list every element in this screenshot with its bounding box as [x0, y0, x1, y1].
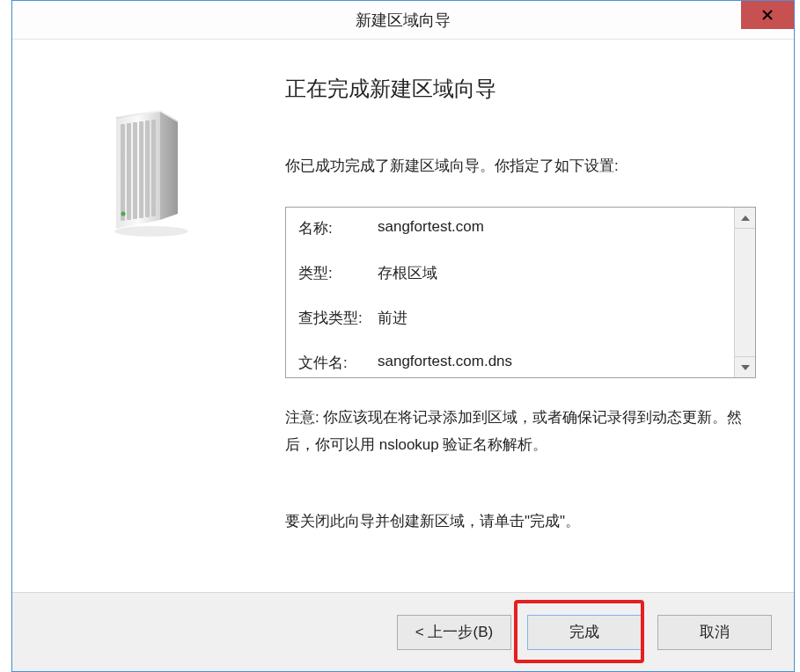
dialog-content: 正在完成新建区域向导 你已成功完成了新建区域向导。你指定了如下设置: 名称: s… — [12, 40, 794, 592]
svg-point-13 — [121, 212, 126, 216]
text-area: 正在完成新建区域向导 你已成功完成了新建区域向导。你指定了如下设置: 名称: s… — [285, 75, 759, 531]
svg-marker-16 — [741, 365, 750, 370]
server-icon — [92, 101, 197, 242]
scroll-up-icon[interactable] — [735, 208, 755, 229]
svg-point-14 — [114, 226, 188, 237]
svg-rect-9 — [133, 122, 137, 219]
setting-row-type: 类型: 存根区域 — [298, 263, 743, 283]
setting-label-file: 文件名: — [298, 353, 378, 373]
setting-value-type: 存根区域 — [378, 263, 437, 283]
close-instruction: 要关闭此向导并创建新区域，请单击"完成"。 — [285, 511, 759, 531]
setting-row-lookup: 查找类型: 前进 — [298, 308, 743, 328]
wizard-heading: 正在完成新建区域向导 — [285, 75, 759, 103]
setting-label-lookup: 查找类型: — [298, 308, 378, 328]
svg-rect-8 — [127, 123, 131, 220]
setting-row-file: 文件名: sangfortest.com.dns — [298, 353, 743, 373]
close-button[interactable] — [741, 1, 794, 29]
finish-button[interactable]: 完成 — [527, 615, 642, 650]
svg-rect-7 — [121, 124, 125, 221]
wizard-note: 注意: 你应该现在将记录添加到区域，或者确保记录得到动态更新。然后，你可以用 n… — [285, 405, 756, 458]
setting-row-name: 名称: sangfortest.com — [298, 218, 743, 238]
setting-value-file: sangfortest.com.dns — [378, 353, 512, 373]
setting-label-type: 类型: — [298, 263, 378, 283]
svg-rect-11 — [145, 121, 150, 217]
wizard-dialog: 新建区域向导 — [11, 0, 795, 672]
svg-marker-15 — [741, 215, 750, 221]
wizard-description: 你已成功完成了新建区域向导。你指定了如下设置: — [285, 156, 759, 176]
setting-label-name: 名称: — [298, 218, 378, 238]
svg-marker-6 — [160, 112, 178, 220]
settings-summary-box: 名称: sangfortest.com 类型: 存根区域 查找类型: 前进 文件… — [285, 207, 756, 378]
svg-rect-10 — [139, 121, 143, 218]
setting-value-lookup: 前进 — [378, 308, 407, 328]
close-icon — [761, 9, 774, 21]
titlebar: 新建区域向导 — [12, 1, 794, 40]
scroll-down-icon[interactable] — [735, 356, 755, 377]
button-bar: < 上一步(B) 完成 取消 — [12, 592, 794, 671]
settings-scrollbar[interactable] — [734, 208, 755, 377]
setting-value-name: sangfortest.com — [378, 218, 484, 238]
cancel-button[interactable]: 取消 — [657, 615, 772, 650]
svg-rect-12 — [151, 120, 156, 216]
back-button[interactable]: < 上一步(B) — [397, 615, 511, 650]
dialog-title: 新建区域向导 — [356, 10, 451, 31]
